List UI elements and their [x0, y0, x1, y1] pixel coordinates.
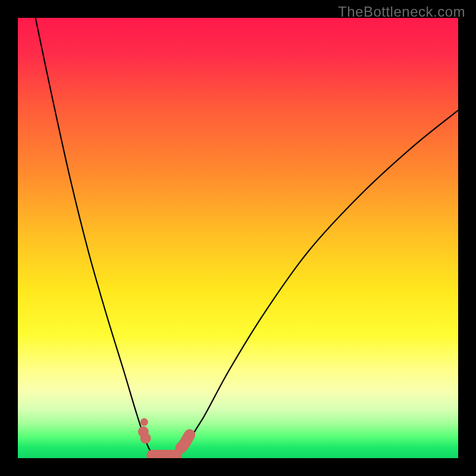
- marker-dot: [140, 433, 151, 444]
- watermark-text: TheBottleneck.com: [338, 4, 465, 20]
- marker-segment: [181, 435, 190, 448]
- plot-svg: [18, 18, 458, 458]
- bottleneck-curve: [36, 18, 458, 456]
- plot-frame: [18, 18, 458, 458]
- marker-dot: [140, 418, 148, 426]
- highlighted-range: [138, 418, 190, 456]
